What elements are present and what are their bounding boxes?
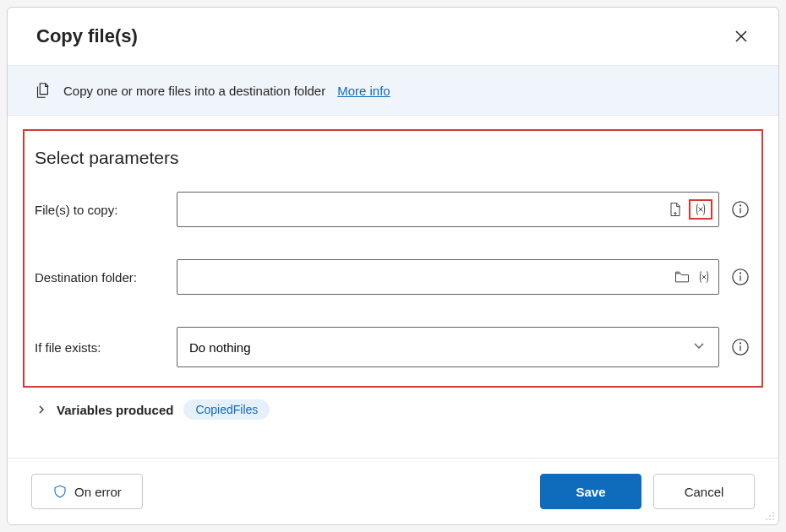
files-to-copy-label: File(s) to copy:	[35, 203, 177, 217]
variable-chip-copiedfiles[interactable]: CopiedFiles	[183, 399, 270, 420]
more-info-link[interactable]: More info	[337, 84, 390, 98]
variables-produced-label: Variables produced	[57, 403, 173, 417]
copy-files-dialog: Copy file(s) Copy one or more files into…	[7, 7, 779, 525]
dialog-header: Copy file(s)	[8, 8, 778, 65]
svg-point-5	[740, 273, 741, 274]
on-error-button[interactable]: On error	[31, 474, 143, 509]
files-to-copy-input[interactable]	[177, 192, 719, 227]
if-file-exists-info[interactable]	[729, 336, 751, 358]
field-destination-folder: Destination folder:	[35, 259, 751, 295]
destination-folder-label: Destination folder:	[35, 270, 177, 285]
info-icon	[731, 268, 750, 286]
destination-folder-input[interactable]	[177, 259, 719, 295]
destination-folder-info[interactable]	[729, 266, 751, 288]
svg-point-11	[772, 515, 774, 517]
cancel-label: Cancel	[685, 485, 724, 499]
field-files-to-copy: File(s) to copy:	[35, 192, 751, 227]
if-file-exists-label: If file exists:	[35, 340, 177, 355]
chevron-right-icon	[36, 404, 46, 415]
svg-point-12	[766, 518, 767, 520]
info-icon	[731, 338, 750, 356]
variables-produced-row: Variables produced CopiedFiles	[8, 388, 778, 420]
svg-point-2	[740, 205, 741, 206]
parameters-title: Select parameters	[35, 148, 751, 168]
svg-point-8	[740, 343, 741, 344]
files-to-copy-info[interactable]	[729, 198, 751, 220]
field-if-file-exists: If file exists: Do nothing	[35, 327, 751, 367]
variable-icon	[692, 201, 709, 218]
save-label: Save	[576, 485, 605, 499]
if-file-exists-value: Do nothing	[189, 340, 251, 355]
if-file-exists-select[interactable]: Do nothing	[177, 327, 719, 367]
insert-variable-button[interactable]	[689, 199, 712, 220]
resize-grip-icon[interactable]	[763, 509, 775, 521]
variable-icon	[696, 269, 712, 285]
info-icon	[731, 200, 750, 219]
svg-point-14	[772, 518, 774, 520]
copy-files-icon	[33, 81, 52, 100]
parameters-section: Select parameters File(s) to copy: De	[23, 129, 763, 388]
variables-expander[interactable]	[36, 404, 46, 415]
svg-point-10	[769, 515, 771, 517]
browse-folder-button[interactable]	[674, 269, 690, 285]
save-button[interactable]: Save	[540, 474, 641, 509]
info-banner: Copy one or more files into a destinatio…	[8, 65, 778, 116]
file-picker-icon	[667, 201, 684, 218]
close-button[interactable]	[728, 23, 755, 50]
select-file-button[interactable]	[667, 201, 684, 218]
svg-point-13	[769, 518, 771, 520]
on-error-label: On error	[74, 485, 122, 499]
folder-icon	[674, 269, 690, 285]
svg-point-9	[772, 512, 774, 513]
insert-variable-button[interactable]	[696, 269, 712, 285]
dialog-title: Copy file(s)	[36, 25, 138, 47]
shield-icon	[52, 484, 68, 499]
cancel-button[interactable]: Cancel	[653, 474, 755, 509]
dialog-footer: On error Save Cancel	[8, 458, 778, 524]
banner-text: Copy one or more files into a destinatio…	[63, 84, 325, 98]
close-icon	[734, 30, 748, 43]
